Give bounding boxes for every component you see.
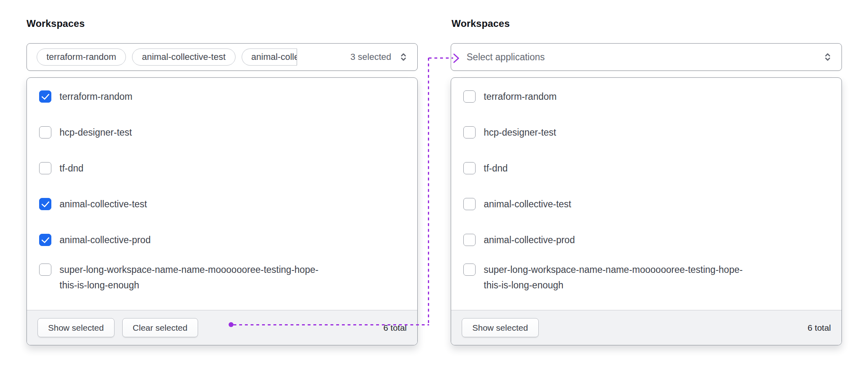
total-count-text: 6 total [383, 323, 407, 333]
checkbox[interactable] [463, 126, 476, 138]
right-multiselect-trigger[interactable]: Select applications [451, 43, 842, 71]
right-options-listbox: terraform-random hcp-designer-test tf-dn… [451, 77, 842, 345]
option-row[interactable]: super-long-workspace-name-name-moooooore… [451, 258, 842, 302]
show-selected-button[interactable]: Show selected [462, 318, 539, 337]
option-row[interactable]: animal-collective-test [451, 186, 842, 222]
option-row[interactable]: animal-collective-prod [451, 222, 842, 258]
option-label: terraform-random [59, 89, 132, 104]
left-multiselect-trigger[interactable]: terraform-random animal-collective-test … [26, 43, 418, 71]
option-row[interactable]: terraform-random [451, 79, 842, 114]
checkbox[interactable] [463, 234, 476, 246]
clear-selected-button[interactable]: Clear selected [122, 318, 198, 337]
option-row[interactable]: animal-collective-prod [27, 222, 417, 258]
checkbox[interactable] [39, 90, 51, 103]
annotation-line-vertical [428, 58, 429, 325]
left-list-footer: Show selected Clear selected 6 total [27, 310, 417, 345]
checkbox[interactable] [463, 162, 476, 174]
multiselect-demo-canvas: Workspaces terraform-random animal-colle… [0, 0, 868, 391]
option-label: hcp-designer-test [59, 125, 132, 140]
selected-tags: terraform-random animal-collective-test … [37, 48, 345, 66]
checkbox[interactable] [39, 198, 51, 210]
checkbox[interactable] [463, 264, 476, 276]
show-selected-button[interactable]: Show selected [37, 318, 115, 337]
annotation-line-top [429, 57, 453, 59]
checkbox[interactable] [39, 162, 51, 174]
selected-count-text: 3 selected [350, 52, 391, 62]
checkbox[interactable] [463, 90, 476, 103]
option-label: super-long-workspace-name-name-moooooore… [59, 262, 332, 293]
total-count-text: 6 total [808, 323, 831, 333]
option-label: tf-dnd [59, 160, 84, 176]
option-label: animal-collective-prod [484, 232, 575, 248]
option-row[interactable]: tf-dnd [451, 150, 842, 186]
right-list-footer: Show selected 6 total [451, 310, 842, 345]
option-row[interactable]: hcp-designer-test [27, 114, 417, 150]
option-row[interactable]: super-long-workspace-name-name-moooooore… [27, 258, 417, 302]
option-label: terraform-random [484, 89, 557, 104]
option-label: animal-collective-test [484, 196, 571, 212]
option-label: animal-collective-test [59, 196, 147, 212]
unfold-chevron-icon [398, 51, 409, 63]
unfold-chevron-icon [822, 51, 833, 63]
right-field-label: Workspaces [452, 18, 510, 29]
placeholder-text: Select applications [467, 52, 822, 63]
checkbox[interactable] [39, 126, 51, 138]
checkbox[interactable] [39, 234, 51, 246]
option-label: tf-dnd [484, 160, 508, 176]
tag-clipped[interactable]: animal-collective-prod [242, 48, 297, 66]
tag[interactable]: animal-collective-test [132, 48, 235, 66]
option-row[interactable]: tf-dnd [27, 150, 417, 186]
left-options-listbox: terraform-random hcp-designer-test tf-dn… [26, 77, 418, 345]
checkbox[interactable] [39, 264, 51, 276]
option-list: terraform-random hcp-designer-test tf-dn… [451, 78, 842, 302]
option-row[interactable]: hcp-designer-test [451, 114, 842, 150]
option-list: terraform-random hcp-designer-test tf-dn… [27, 78, 417, 302]
tag[interactable]: terraform-random [37, 48, 126, 66]
option-label: super-long-workspace-name-name-moooooore… [484, 262, 756, 293]
option-row[interactable]: animal-collective-test [27, 186, 417, 222]
checkbox[interactable] [463, 198, 476, 210]
option-label: animal-collective-prod [59, 232, 151, 248]
option-row[interactable]: terraform-random [27, 79, 417, 114]
left-field-label: Workspaces [26, 18, 85, 29]
option-label: hcp-designer-test [484, 125, 556, 140]
